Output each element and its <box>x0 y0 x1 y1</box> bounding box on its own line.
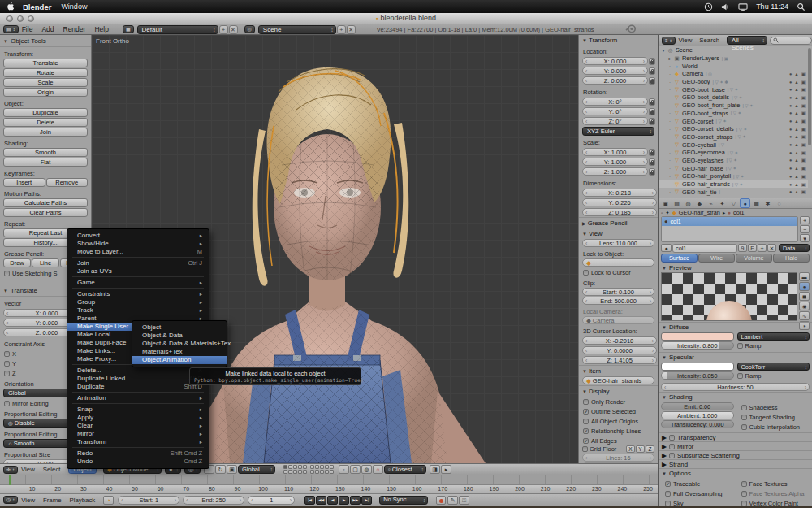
playback-button[interactable]: ▶| <box>361 496 372 505</box>
view-menu[interactable]: View <box>21 466 35 473</box>
delete-scene-button[interactable]: ✕ <box>347 25 356 34</box>
properties-tab-world[interactable]: ◍ <box>683 198 693 208</box>
ramp-checkbox[interactable] <box>737 373 743 379</box>
slot-specials-button[interactable]: ▾ <box>800 234 810 242</box>
selectable-icon[interactable]: ▲ <box>794 174 798 179</box>
info-menu-help[interactable]: Help <box>94 25 108 33</box>
screen-layout-select[interactable]: Default↕ <box>137 25 218 34</box>
grid-floor-checkbox[interactable] <box>582 446 588 452</box>
decrement-arrow-icon[interactable]: ‹ <box>585 168 587 176</box>
properties-tab-modifiers[interactable]: ✦ <box>717 198 728 208</box>
value-field-z-0[interactable]: ‹Z: 0°› <box>582 117 648 125</box>
checkbox-tangent-shading[interactable] <box>741 415 747 420</box>
selectable-icon[interactable]: ▲ <box>794 189 798 194</box>
value-field-z-0-000[interactable]: ‹Z: 0.000› <box>582 76 648 85</box>
expander-icon[interactable]: ▸ <box>667 55 673 61</box>
menu-item-join[interactable]: JoinCtrl J <box>67 259 209 267</box>
info-menu-add[interactable]: Add <box>41 25 54 33</box>
object-tools-panel-header[interactable]: ▼Object Tools <box>0 35 91 47</box>
diffuse-shader-select[interactable]: Lambert↕ <box>737 332 810 341</box>
browse-material-button[interactable]: ● <box>661 244 672 252</box>
selectable-icon[interactable]: ▲ <box>794 72 798 76</box>
lock-icon[interactable] <box>649 67 655 75</box>
diffuse-intensity-slider[interactable]: Intensity: 0.800 <box>661 341 734 350</box>
tool-button-clear-paths[interactable]: Clear Paths <box>3 208 88 217</box>
outliner-row-geo-boot-base[interactable]: ·▽GEO-boot_base| ▽ ✦●▲▣ <box>659 85 808 93</box>
expander-icon[interactable]: · <box>667 166 673 171</box>
decrement-arrow-icon[interactable]: ‹ <box>585 149 587 156</box>
diffuse-panel-header[interactable]: ▼Diffuse <box>659 322 812 331</box>
decrement-arrow-icon[interactable]: ‹ <box>585 357 587 364</box>
value-field-x-0-000[interactable]: ‹X: 0.000› <box>582 57 648 65</box>
current-frame-field[interactable]: ‹1› <box>248 496 295 505</box>
render-toggle-icon[interactable]: ▣ <box>801 95 806 100</box>
manipulator-rotate-button[interactable]: ↻ <box>215 465 226 474</box>
sync-mode-select[interactable]: No Sync↕ <box>379 496 428 505</box>
render-toggle-icon[interactable]: ▣ <box>801 87 806 92</box>
layer-button[interactable] <box>283 470 287 474</box>
layer-button[interactable] <box>303 470 307 474</box>
selectable-icon[interactable]: ▲ <box>794 150 798 155</box>
volume-icon[interactable] <box>721 2 730 11</box>
layer-button[interactable] <box>330 470 334 474</box>
value-field-x-1-000[interactable]: ‹X: 1.000› <box>582 148 648 156</box>
app-menu-blender[interactable]: Blender <box>23 2 51 11</box>
value-field-x-0-2010[interactable]: ‹X: -0.2010› <box>582 336 657 345</box>
lock-icon[interactable] <box>649 77 655 85</box>
expander-icon[interactable]: · <box>667 127 673 132</box>
add-scene-button[interactable]: + <box>337 25 346 34</box>
increment-arrow-icon[interactable]: › <box>652 189 654 197</box>
slider-emit-0-00[interactable]: Emit: 0.00 <box>661 402 734 410</box>
render-toggle-icon[interactable]: ▣ <box>801 174 806 179</box>
eye-icon[interactable]: ● <box>789 127 792 132</box>
clip-end-field[interactable]: ‹End: 500.000› <box>582 297 654 305</box>
preview-type-button[interactable]: ◉ <box>799 302 810 310</box>
outliner-search-menu[interactable]: Search <box>699 37 719 44</box>
render-toggle-icon[interactable]: ▣ <box>801 103 806 108</box>
item-name-field[interactable]: ◆ GEO-hair_strands <box>582 376 654 384</box>
checkbox-outline-selected[interactable]: ✓ <box>583 409 589 415</box>
tool-button-join[interactable]: Join <box>3 128 88 137</box>
outliner-row-geo-body[interactable]: ·▽GEO-body| ▽ ✦ ✱●▲▣ <box>659 78 808 86</box>
decrement-arrow-icon[interactable]: ‹ <box>585 199 587 206</box>
increment-arrow-icon[interactable]: › <box>643 149 645 156</box>
decrement-arrow-icon[interactable]: ‹ <box>585 98 587 106</box>
eye-icon[interactable]: ● <box>789 166 792 171</box>
menu-item-join-as-uvs[interactable]: Join as UVs <box>67 267 209 276</box>
render-toggle-icon[interactable]: ▣ <box>801 158 806 163</box>
layer-button[interactable] <box>293 465 297 469</box>
screen-layout-icon-button[interactable]: ▦ <box>123 25 134 33</box>
playback-button[interactable]: |◀ <box>304 496 315 505</box>
value-field-y-0-000[interactable]: ‹Y: 0.000› <box>582 67 648 75</box>
properties-tab-object[interactable]: ◆ <box>694 198 705 208</box>
snap-element-select[interactable]: ▫Closest↕ <box>384 465 426 474</box>
view-panel-header[interactable]: ▼View <box>579 228 658 238</box>
decrement-arrow-icon[interactable]: ‹ <box>585 158 587 166</box>
specular-shader-select[interactable]: CookTorr↕ <box>737 363 810 371</box>
outliner-row-geo-eyecornea[interactable]: ·▽GEO-eyecornea| ▽ ✦●▲▣ <box>659 149 808 157</box>
expander-icon[interactable]: · <box>667 150 673 155</box>
tool-button-smooth[interactable]: Smooth <box>3 148 88 157</box>
collapsed-panel-strand[interactable]: ▶Strand <box>659 459 812 468</box>
outliner-row-renderlayers[interactable]: ▸▣RenderLayers| ▣ <box>659 54 808 63</box>
menu-item-game[interactable]: Game▸ <box>67 279 209 287</box>
submenu-item-materials-tex[interactable]: Materials+Tex <box>132 348 227 356</box>
slider-translucency-0-000[interactable]: Translucency: 0.000 <box>661 420 734 428</box>
editor-type-3dview-button[interactable]: ✛↕ <box>3 466 18 474</box>
outliner-row-world[interactable]: ·●World <box>659 62 808 70</box>
increment-arrow-icon[interactable]: › <box>643 77 645 85</box>
eye-icon[interactable]: ● <box>789 111 792 115</box>
tool-button-translate[interactable]: Translate <box>3 59 88 67</box>
increment-arrow-icon[interactable]: › <box>643 158 645 166</box>
menu-item-apply[interactable]: Apply▸ <box>67 414 209 422</box>
properties-tab-scene[interactable]: ▤ <box>672 198 682 208</box>
tool-button-delete[interactable]: Delete <box>3 118 88 127</box>
increment-arrow-icon[interactable]: › <box>643 98 645 106</box>
checkbox-all-object-origins[interactable] <box>583 419 589 424</box>
submenu-item-object-data-materials-tex[interactable]: Object & Data & Materials+Tex <box>132 340 227 348</box>
preview-type-button[interactable]: ∿ <box>799 311 810 320</box>
tool-button-calculate-paths[interactable]: Calculate Paths <box>3 198 88 207</box>
decrement-arrow-icon[interactable]: ‹ <box>585 337 587 345</box>
expander-icon[interactable]: · <box>667 63 673 68</box>
auto-keyframe-button[interactable] <box>436 496 446 505</box>
